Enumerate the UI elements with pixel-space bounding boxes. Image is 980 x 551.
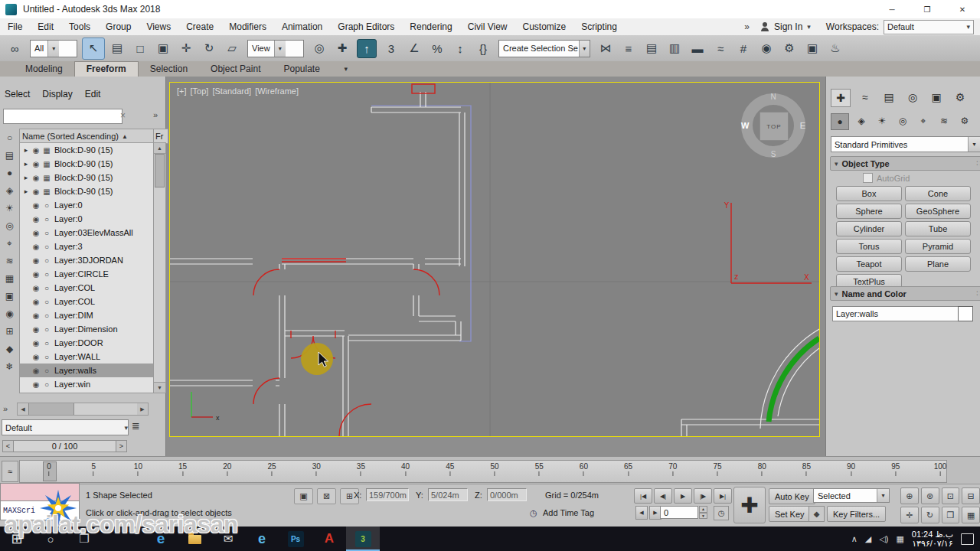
display-groups-icon[interactable]: ◉ — [1, 305, 18, 322]
object-button-box[interactable]: Box — [836, 186, 902, 201]
ribbon-toggle-icon[interactable]: ▬ — [687, 38, 708, 59]
frame-spinner-arrows[interactable]: ▲▼ — [699, 506, 707, 519]
eye-icon[interactable]: ◉ — [31, 353, 41, 361]
maximize-button[interactable]: ❐ — [910, 0, 945, 18]
eye-icon[interactable]: ◉ — [31, 339, 41, 347]
scene-explorer-row[interactable]: ◉○Layer:03ElevMassAll — [20, 226, 153, 240]
display-helpers-icon[interactable]: ⌖ — [1, 235, 18, 252]
material-editor-icon[interactable]: ◉ — [756, 38, 777, 59]
expand-arrow-icon[interactable]: ▸ — [21, 187, 31, 195]
vertical-scrollbar[interactable]: ▲ ▼ — [153, 142, 166, 393]
taskbar-photoshop[interactable]: Ps — [279, 527, 312, 551]
explorer-menu-select[interactable]: Select — [5, 89, 30, 99]
eye-icon[interactable]: ◉ — [31, 229, 41, 237]
chevron-down-icon[interactable]: ▾ — [807, 23, 811, 31]
menu-edit[interactable]: Edit — [30, 19, 61, 35]
curve-editor-icon[interactable]: ≈ — [710, 38, 731, 59]
previous-frame-button[interactable]: ◀| — [654, 488, 672, 504]
scene-explorer-row[interactable]: ◉○Layer:Dimension — [20, 322, 153, 336]
menu-overflow-icon[interactable]: » — [738, 21, 756, 32]
display-materials-icon[interactable]: ◆ — [1, 341, 18, 357]
clear-search-icon[interactable]: × — [120, 110, 126, 121]
key-selection-dropdown[interactable]: Selected ▾ — [813, 488, 890, 503]
scene-explorer-toggle-icon[interactable]: ▤ — [641, 38, 662, 59]
scroll-right-icon[interactable]: ▶ — [137, 403, 148, 415]
taskbar-clock[interactable]: 01:24 ب.ظ ۱۳۹۶/۰۷/۱۶ — [912, 530, 953, 548]
scene-explorer-row[interactable]: ▸◉▦Block:D-90 (15) — [20, 143, 153, 157]
time-configuration-icon[interactable]: ◷ — [714, 506, 729, 520]
go-to-end-button[interactable]: ▶| — [714, 488, 732, 504]
y-coord-value[interactable]: 5/024m — [428, 488, 468, 501]
menu-views[interactable]: Views — [139, 19, 178, 35]
spinner-snap-icon[interactable]: ↕ — [449, 38, 471, 59]
display-lights-icon[interactable]: ☀ — [1, 200, 18, 217]
angle-snap-icon[interactable]: ∠ — [403, 38, 425, 59]
scroll-up-icon[interactable]: ▲ — [154, 143, 165, 154]
scene-explorer-row[interactable]: ▸◉▦Block:D-90 (15) — [20, 157, 153, 171]
object-button-sphere[interactable]: Sphere — [836, 204, 902, 219]
expand-arrow-icon[interactable]: ▸ — [21, 174, 31, 181]
frozen-column-header[interactable]: Fr — [153, 129, 168, 144]
geometry-category-icon[interactable]: ● — [831, 113, 849, 130]
x-coord-value[interactable]: 159/700m — [366, 488, 409, 501]
object-name-field[interactable]: Layer:walls — [832, 306, 961, 321]
green-arc-wireframe[interactable] — [769, 338, 819, 422]
select-by-name-icon[interactable]: ▤ — [106, 38, 128, 59]
next-frame-button[interactable]: |▶ — [694, 488, 712, 504]
display-spacewarps-icon[interactable]: ≋ — [1, 253, 18, 269]
display-xrefs-icon[interactable]: ⊞ — [1, 323, 18, 340]
strip-overflow-icon[interactable]: » — [3, 404, 8, 413]
horizontal-scrollbar[interactable]: ◀ ▶ — [17, 403, 149, 416]
viewport-render-preset-menu[interactable]: [Standard] — [212, 86, 251, 96]
wall-wireframe[interactable] — [170, 92, 819, 436]
previous-key-icon[interactable]: ◀ — [635, 506, 648, 520]
display-containers-icon[interactable]: ▣ — [1, 288, 18, 305]
rendered-frame-icon[interactable]: ▣ — [802, 38, 823, 59]
autogrid-checkbox[interactable] — [863, 173, 873, 183]
set-key-button[interactable]: Set Key — [769, 506, 811, 522]
time-slider-track[interactable]: 0 / 100 — [14, 440, 116, 452]
scroll-down-icon[interactable]: ▼ — [154, 382, 165, 393]
create-tab-icon[interactable]: ✚ — [831, 89, 851, 107]
scene-explorer-row[interactable]: ◉○Layer:CIRCLE — [20, 267, 153, 281]
key-mode-icon[interactable]: ◆ — [808, 506, 825, 522]
display-cameras-icon[interactable]: ◎ — [1, 217, 18, 234]
mini-curve-editor-icon[interactable]: ≈ — [2, 461, 18, 482]
viewport-top[interactable]: Y X z x [+][Top][Standard][Wireframe] N … — [169, 82, 820, 437]
ribbon-tab-populate[interactable]: Populate — [272, 62, 331, 77]
viewcube[interactable]: N S W E TOP — [740, 92, 807, 159]
display-shapes-icon[interactable]: ◈ — [1, 182, 18, 199]
window-crossing-icon[interactable]: ▣ — [152, 38, 174, 59]
select-and-move-icon[interactable]: ✛ — [175, 38, 197, 59]
reference-coordinate-dropdown[interactable]: View▾ — [247, 40, 304, 57]
scrollbar-thumb[interactable] — [155, 154, 165, 187]
object-button-geosphere[interactable]: GeoSphere — [905, 204, 971, 219]
display-all-icon[interactable]: ○ — [1, 129, 18, 146]
scene-explorer-row[interactable]: ◉○Layer:WALL — [20, 350, 153, 364]
keyboard-icon[interactable]: ▦ — [896, 534, 903, 544]
layer-list-icon[interactable]: ≣ — [132, 420, 140, 432]
object-type-rollout[interactable]: ▾ Object Type ∷ — [830, 156, 980, 171]
display-frozen-icon[interactable]: ❄ — [1, 358, 18, 375]
object-button-tube[interactable]: Tube — [905, 221, 971, 236]
eye-icon[interactable]: ◉ — [31, 187, 41, 196]
explorer-overflow-icon[interactable]: » — [153, 110, 158, 119]
cameras-category-icon[interactable]: ◎ — [894, 113, 911, 129]
scene-explorer-row[interactable]: ◉○Layer:DOOR — [20, 336, 153, 350]
viewcube-south[interactable]: S — [771, 150, 776, 158]
zoom-extents-icon[interactable]: ⊡ — [942, 487, 960, 504]
viewcube-top-face[interactable]: TOP — [760, 112, 789, 141]
network-icon[interactable]: ◢ — [865, 534, 871, 544]
viewcube-west[interactable]: W — [741, 121, 749, 130]
scene-explorer-row[interactable]: ◉○Layer:COL — [20, 295, 153, 308]
select-and-manipulate-icon[interactable]: ✚ — [332, 38, 353, 59]
hidden-icons-icon[interactable]: ∧ — [851, 534, 858, 544]
name-and-color-rollout[interactable]: ▾ Name and Color ∷ — [830, 286, 980, 301]
scene-explorer-row[interactable]: ◉○Layer:DIM — [20, 308, 153, 322]
viewport-pov-menu[interactable]: [Top] — [191, 86, 209, 96]
menu-file[interactable]: File — [0, 19, 30, 35]
create-key-button[interactable]: ✚ — [733, 487, 766, 523]
layer-explorer-toggle-icon[interactable]: ▥ — [664, 38, 685, 59]
key-filters-button[interactable]: Key Filters... — [827, 506, 886, 522]
current-frame-field[interactable]: 0 — [660, 506, 698, 519]
